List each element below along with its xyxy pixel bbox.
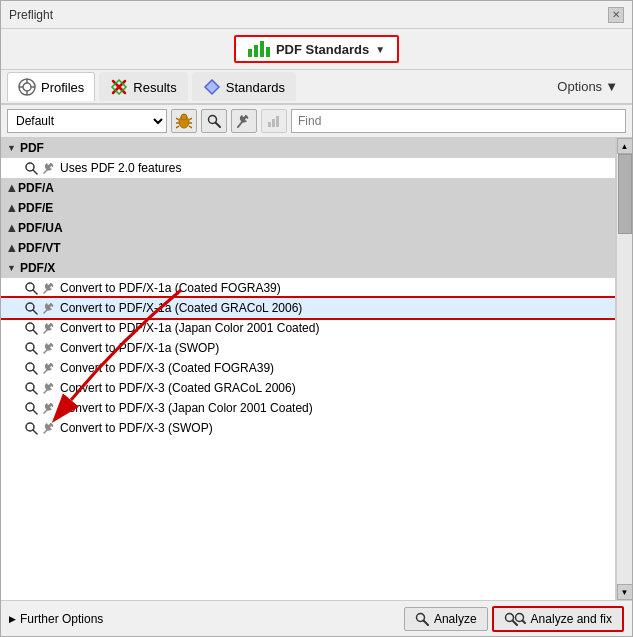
wrench-toolbar-button[interactable]: [231, 109, 257, 133]
item-label: Convert to PDF/X-3 (Coated FOGRA39): [60, 361, 274, 375]
item-label: Convert to PDF/X-3 (Coated GRACoL 2006): [60, 381, 296, 395]
scrollbar-track[interactable]: [617, 154, 633, 584]
pdfx-group-arrow: ▼: [7, 263, 16, 273]
tab-profiles-label: Profiles: [41, 80, 84, 95]
main-content: ▼ PDF Uses PDF 2.0 features ▶ PDF/A: [1, 138, 616, 600]
pdfx-group-label: PDF/X: [20, 261, 55, 275]
search-icon: [25, 402, 38, 415]
wrench-icon: [43, 282, 55, 294]
list-item[interactable]: Convert to PDF/X-3 (SWOP): [1, 418, 615, 438]
search-icon: [25, 342, 38, 355]
svg-line-40: [33, 390, 37, 394]
svg-line-43: [33, 410, 37, 414]
toolbar: Default: [1, 105, 632, 138]
tab-profiles[interactable]: Profiles: [7, 72, 95, 101]
further-options-label: Further Options: [20, 612, 103, 626]
list-item[interactable]: Convert to PDF/X-1a (Coated FOGRA39): [1, 278, 615, 298]
svg-line-47: [44, 430, 47, 433]
svg-line-38: [44, 370, 47, 373]
svg-rect-19: [272, 119, 275, 127]
svg-line-54: [522, 620, 525, 623]
search-icon: [25, 162, 38, 175]
further-options-button[interactable]: ▶ Further Options: [9, 612, 103, 626]
svg-line-10: [189, 118, 192, 120]
item-label: Uses PDF 2.0 features: [60, 161, 181, 175]
group-pdf[interactable]: ▼ PDF: [1, 138, 615, 158]
group-pdfa[interactable]: ▶ PDF/A: [1, 178, 615, 198]
list-item[interactable]: Convert to PDF/X-1a (Japan Color 2001 Co…: [1, 318, 615, 338]
svg-line-32: [44, 330, 47, 333]
options-label: Options: [557, 79, 602, 94]
profile-dropdown[interactable]: Default: [7, 109, 167, 133]
pdf-standards-bar: PDF Standards ▼: [1, 29, 632, 70]
svg-line-31: [33, 330, 37, 334]
tab-results[interactable]: Results: [99, 72, 187, 101]
wrench-icon: [43, 382, 55, 394]
further-options-arrow: ▶: [9, 614, 16, 624]
svg-rect-18: [268, 122, 271, 127]
window-title: Preflight: [9, 8, 53, 22]
pdfe-group-arrow: ▶: [6, 205, 16, 212]
pdf-standards-label: PDF Standards: [276, 42, 369, 57]
group-pdfe[interactable]: ▶ PDF/E: [1, 198, 615, 218]
group-pdfvt[interactable]: ▶ PDF/VT: [1, 238, 615, 258]
pdf-group-arrow: ▼: [7, 143, 16, 153]
tabs-bar: Profiles Results Standa: [1, 70, 632, 105]
svg-rect-20: [276, 116, 279, 127]
svg-line-26: [44, 290, 47, 293]
item-label: Convert to PDF/X-1a (Coated FOGRA39): [60, 281, 281, 295]
pdfvt-group-arrow: ▶: [6, 245, 16, 252]
profiles-icon: [18, 78, 36, 96]
list-item[interactable]: Uses PDF 2.0 features: [1, 158, 615, 178]
find-input[interactable]: [291, 109, 626, 133]
item-label: Convert to PDF/X-3 (Japan Color 2001 Coa…: [60, 401, 313, 415]
analyze-fix-icon: [504, 612, 526, 626]
options-button[interactable]: Options ▼: [549, 75, 626, 98]
search-icon: [25, 322, 38, 335]
search-icon: [25, 282, 38, 295]
analyze-fix-button[interactable]: Analyze and fix: [492, 606, 624, 632]
chart-toolbar-button[interactable]: [261, 109, 287, 133]
svg-line-50: [423, 620, 428, 625]
item-label: Convert to PDF/X-1a (SWOP): [60, 341, 219, 355]
list-item-selected[interactable]: Convert to PDF/X-1a (Coated GRACoL 2006): [1, 298, 615, 318]
tabs-left: Profiles Results Standa: [7, 72, 296, 101]
pdf-group-label: PDF: [20, 141, 44, 155]
pdf-standards-dropdown-arrow: ▼: [375, 44, 385, 55]
bug-icon-button[interactable]: [171, 109, 197, 133]
item-label: Convert to PDF/X-1a (Coated GRACoL 2006): [60, 301, 302, 315]
pdfa-group-arrow: ▶: [6, 185, 16, 192]
svg-line-52: [512, 620, 517, 625]
analyze-fix-label: Analyze and fix: [531, 612, 612, 626]
svg-line-46: [33, 430, 37, 434]
tab-results-label: Results: [133, 80, 176, 95]
group-pdfx[interactable]: ▼ PDF/X: [1, 258, 615, 278]
scrollbar-up-button[interactable]: ▲: [617, 138, 633, 154]
preflight-window: Preflight ✕ PDF Standards ▼: [0, 0, 633, 637]
list-item[interactable]: Convert to PDF/X-3 (Coated GRACoL 2006): [1, 378, 615, 398]
bottom-bar: ▶ Further Options Analyze Analyze and fi…: [1, 600, 632, 636]
scrollbar-thumb[interactable]: [618, 154, 632, 234]
title-bar: Preflight ✕: [1, 1, 632, 29]
pdfa-group-label: PDF/A: [18, 181, 54, 195]
pdfvt-group-label: PDF/VT: [18, 241, 61, 255]
search-toolbar-button[interactable]: [201, 109, 227, 133]
content-wrapper: ▼ PDF Uses PDF 2.0 features ▶ PDF/A: [1, 138, 632, 600]
svg-line-23: [44, 170, 47, 173]
scrollbar[interactable]: ▲ ▼: [616, 138, 632, 600]
list-item[interactable]: Convert to PDF/X-1a (SWOP): [1, 338, 615, 358]
bottom-buttons: Analyze Analyze and fix: [404, 606, 624, 632]
analyze-label: Analyze: [434, 612, 477, 626]
svg-line-34: [33, 350, 37, 354]
standards-icon: [203, 78, 221, 96]
group-pdfua[interactable]: ▶ PDF/UA: [1, 218, 615, 238]
pdf-standards-button[interactable]: PDF Standards ▼: [234, 35, 399, 63]
svg-marker-6: [205, 80, 219, 94]
close-button[interactable]: ✕: [608, 7, 624, 23]
list-item[interactable]: Convert to PDF/X-3 (Coated FOGRA39): [1, 358, 615, 378]
list-item[interactable]: Convert to PDF/X-3 (Japan Color 2001 Coa…: [1, 398, 615, 418]
tab-standards[interactable]: Standards: [192, 72, 296, 101]
svg-line-29: [44, 310, 47, 313]
scrollbar-down-button[interactable]: ▼: [617, 584, 633, 600]
analyze-button[interactable]: Analyze: [404, 607, 488, 631]
